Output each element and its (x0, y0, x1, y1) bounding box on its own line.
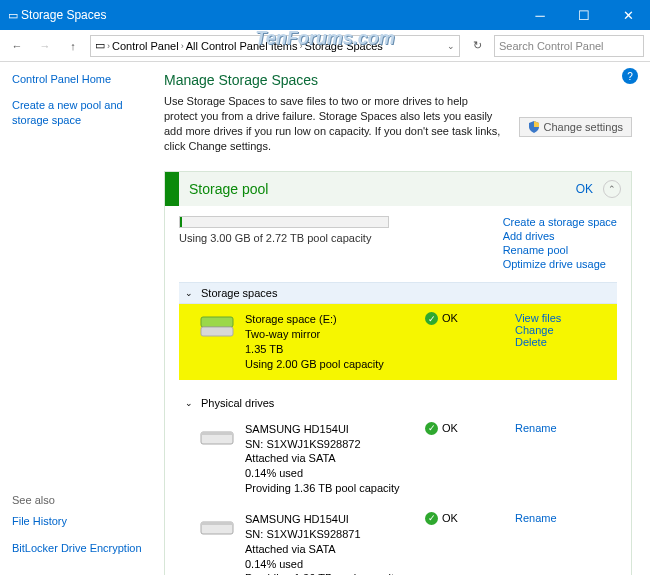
search-placeholder: Search Control Panel (499, 40, 604, 52)
ok-icon: ✓ (425, 312, 438, 325)
space-name: Storage space (E:) (245, 312, 425, 327)
status-text: OK (442, 422, 458, 434)
page-description: Use Storage Spaces to save files to two … (164, 94, 504, 153)
breadcrumb-icon: ▭ (95, 39, 105, 52)
search-input[interactable]: Search Control Panel (494, 35, 644, 57)
svg-rect-1 (201, 327, 233, 336)
up-button[interactable]: ↑ (62, 35, 84, 57)
drive-icon (197, 312, 237, 342)
pool-link[interactable]: Add drives (503, 230, 617, 242)
chevron-down-icon[interactable]: ⌄ (447, 41, 455, 51)
close-button[interactable]: ✕ (606, 0, 650, 30)
back-button[interactable]: ← (6, 35, 28, 57)
app-icon: ▭ (8, 9, 18, 22)
sidebar: Control Panel Home Create a new pool and… (0, 62, 160, 575)
page-title: Manage Storage Spaces (164, 72, 632, 88)
space-actions: View files Change Delete (515, 312, 617, 371)
pool-accent-bar (165, 172, 179, 206)
drive-sn: SN: S1XWJ1KS928872 (245, 437, 425, 452)
status-text: OK (442, 512, 458, 524)
pool-actions: Create a storage space Add drives Rename… (503, 216, 617, 270)
see-also-link[interactable]: File History (12, 514, 152, 528)
section-drives-label: Physical drives (201, 397, 274, 409)
breadcrumb[interactable]: ▭ › Control Panel › All Control Panel It… (90, 35, 460, 57)
sidebar-home-link[interactable]: Control Panel Home (12, 72, 148, 86)
space-type: Two-way mirror (245, 327, 425, 342)
pool-link[interactable]: Rename pool (503, 244, 617, 256)
minimize-button[interactable]: ─ (518, 0, 562, 30)
drive-used: 0.14% used (245, 466, 425, 481)
space-info: Storage space (E:) Two-way mirror 1.35 T… (245, 312, 425, 371)
space-link[interactable]: Delete (515, 336, 617, 348)
breadcrumb-item[interactable]: Control Panel (112, 40, 179, 52)
see-also-link[interactable]: BitLocker Drive Encryption (12, 541, 152, 555)
pool-status: OK (576, 182, 593, 196)
refresh-button[interactable]: ↻ (466, 35, 488, 57)
ok-icon: ✓ (425, 512, 438, 525)
capacity-label: Using 3.00 GB of 2.72 TB pool capacity (179, 232, 503, 244)
change-settings-label: Change settings (544, 121, 624, 133)
space-status: ✓ OK (425, 312, 515, 371)
capacity-block: Using 3.00 GB of 2.72 TB pool capacity (179, 216, 503, 270)
section-spaces-label: Storage spaces (201, 287, 277, 299)
section-spaces-header[interactable]: ⌄ Storage spaces (179, 282, 617, 304)
chevron-down-icon: ⌄ (185, 288, 193, 298)
capacity-bar (179, 216, 389, 228)
window-title: Storage Spaces (21, 8, 518, 22)
drive-icon (197, 422, 237, 452)
section-drives-header[interactable]: ⌄ Physical drives (179, 392, 617, 414)
pool-body: Using 3.00 GB of 2.72 TB pool capacity C… (165, 206, 631, 575)
svg-rect-3 (201, 432, 233, 435)
drive-actions: Rename (515, 422, 617, 496)
space-size: 1.35 TB (245, 342, 425, 357)
drive-providing: Providing 1.36 TB pool capacity (245, 571, 425, 575)
see-also-label: See also (12, 494, 152, 506)
drive-providing: Providing 1.36 TB pool capacity (245, 481, 425, 496)
drive-name: SAMSUNG HD154UI (245, 512, 425, 527)
chevron-right-icon: › (107, 41, 110, 51)
drive-link[interactable]: Rename (515, 512, 617, 524)
drive-used: 0.14% used (245, 557, 425, 572)
pool-link[interactable]: Create a storage space (503, 216, 617, 228)
chevron-right-icon: › (181, 41, 184, 51)
drive-info: SAMSUNG HD154UI SN: S1XWJ1KS928871 Attac… (245, 512, 425, 575)
sidebar-create-link[interactable]: Create a new pool and storage space (12, 98, 148, 127)
drive-info: SAMSUNG HD154UI SN: S1XWJ1KS928872 Attac… (245, 422, 425, 496)
see-also: See also File History BitLocker Drive En… (12, 494, 152, 567)
chevron-down-icon: ⌄ (185, 398, 193, 408)
drive-status: ✓ OK (425, 422, 515, 496)
breadcrumb-item[interactable]: Storage Spaces (305, 40, 383, 52)
space-link[interactable]: View files (515, 312, 617, 324)
drive-icon (197, 512, 237, 542)
main-content: ? Manage Storage Spaces Use Storage Spac… (160, 62, 650, 575)
drive-status: ✓ OK (425, 512, 515, 575)
drive-attach: Attached via SATA (245, 451, 425, 466)
drive-actions: Rename (515, 512, 617, 575)
svg-rect-5 (201, 522, 233, 525)
help-icon[interactable]: ? (622, 68, 638, 84)
navbar: ← → ↑ ▭ › Control Panel › All Control Pa… (0, 30, 650, 62)
physical-drive-item: SAMSUNG HD154UI SN: S1XWJ1KS928871 Attac… (179, 504, 617, 575)
space-link[interactable]: Change (515, 324, 617, 336)
physical-drive-item: SAMSUNG HD154UI SN: S1XWJ1KS928872 Attac… (179, 414, 617, 504)
collapse-button[interactable]: ⌃ (603, 180, 621, 198)
drive-name: SAMSUNG HD154UI (245, 422, 425, 437)
titlebar: ▭ Storage Spaces ─ ☐ ✕ (0, 0, 650, 30)
drive-link[interactable]: Rename (515, 422, 617, 434)
drive-attach: Attached via SATA (245, 542, 425, 557)
space-using: Using 2.00 GB pool capacity (245, 357, 425, 372)
status-text: OK (442, 312, 458, 324)
drive-sn: SN: S1XWJ1KS928871 (245, 527, 425, 542)
storage-space-item: Storage space (E:) Two-way mirror 1.35 T… (179, 304, 617, 379)
ok-icon: ✓ (425, 422, 438, 435)
svg-rect-0 (201, 317, 233, 327)
breadcrumb-item[interactable]: All Control Panel Items (186, 40, 298, 52)
forward-button[interactable]: → (34, 35, 56, 57)
maximize-button[interactable]: ☐ (562, 0, 606, 30)
shield-icon (528, 121, 540, 133)
chevron-right-icon: › (300, 41, 303, 51)
change-settings-button[interactable]: Change settings (519, 117, 633, 137)
pool-header: Storage pool OK ⌃ (165, 172, 631, 206)
pool-link[interactable]: Optimize drive usage (503, 258, 617, 270)
capacity-bar-fill (180, 217, 182, 227)
